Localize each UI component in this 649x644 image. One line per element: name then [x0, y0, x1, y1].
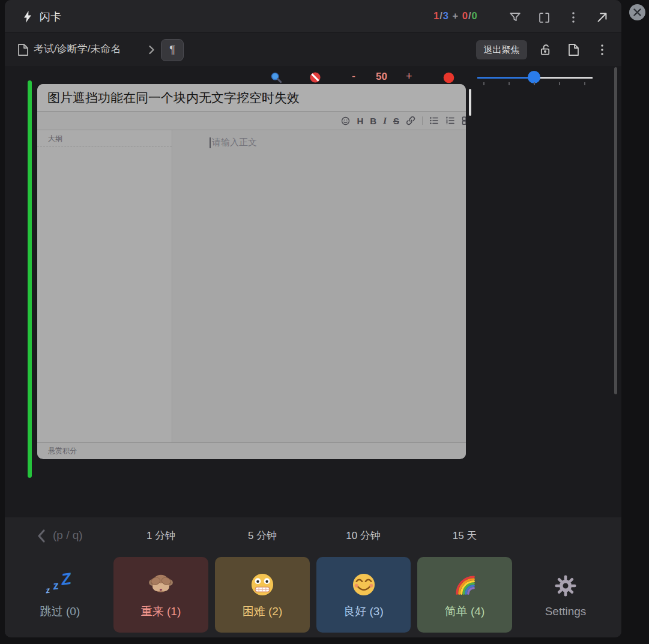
open-external-icon[interactable]	[595, 10, 609, 25]
skip-label: 跳过 (0)	[40, 604, 80, 619]
close-button[interactable]	[629, 4, 645, 20]
outline-label: 大纲	[48, 134, 62, 144]
settings-label: Settings	[545, 605, 587, 618]
slider-tick	[509, 82, 510, 85]
magnifier-icon[interactable]	[270, 71, 283, 83]
again-button[interactable]: 重来 (1)	[113, 557, 208, 633]
italic-button[interactable]: I	[383, 116, 387, 126]
block-cursor	[469, 89, 471, 116]
slider-tick	[584, 82, 585, 85]
filter-icon[interactable]	[508, 10, 522, 25]
link-icon[interactable]	[406, 116, 415, 125]
interval-good: 10 分钟	[346, 529, 381, 543]
slider-track-rest	[534, 77, 593, 79]
rainbow-icon	[451, 571, 478, 598]
breadcrumb[interactable]: 考试/诊断学/未命名	[34, 42, 121, 56]
again-label: 重来 (1)	[141, 604, 181, 619]
slider-tick	[483, 82, 484, 85]
counter-total: 3	[443, 10, 449, 21]
counter-new: 0	[462, 10, 468, 21]
grimacing-face-icon	[250, 571, 275, 598]
good-button[interactable]: 良好 (3)	[316, 557, 411, 633]
easy-button[interactable]: 简单 (4)	[417, 557, 512, 633]
fullscreen-icon[interactable]	[537, 11, 551, 24]
emoji-icon[interactable]	[341, 116, 350, 125]
block-ref-chip[interactable]: ¶	[161, 39, 184, 61]
toolbar-divider	[422, 116, 423, 125]
zzz-icon: z z Z	[43, 571, 77, 598]
block-mask-icon[interactable]	[309, 71, 321, 83]
editor-placeholder: 请输入正文	[210, 137, 257, 148]
vertical-scrollbar[interactable]	[614, 67, 617, 394]
bullet-list-icon[interactable]	[429, 116, 439, 125]
strikethrough-button[interactable]: S	[393, 116, 399, 126]
text-cursor	[210, 137, 211, 148]
nav-shortcut-hint: (p / q)	[53, 529, 83, 542]
card-title[interactable]: 图片遮挡功能在同一个块内无文字挖空时失效	[37, 84, 466, 112]
gear-icon	[554, 572, 578, 600]
page-icon[interactable]	[566, 43, 581, 57]
outline-divider	[37, 146, 172, 146]
exit-focus-button[interactable]: 退出聚焦	[476, 40, 527, 59]
bold-button[interactable]: B	[370, 116, 376, 126]
lightning-icon	[20, 10, 35, 24]
zoom-in-button[interactable]: +	[406, 70, 412, 83]
red-circle-icon[interactable]	[443, 72, 454, 83]
hard-button[interactable]: 困难 (2)	[215, 557, 310, 633]
see-no-evil-monkey-icon	[148, 571, 174, 598]
slider-knob[interactable]	[528, 71, 540, 83]
slider-tick	[559, 82, 560, 85]
task-list-icon[interactable]	[462, 116, 466, 125]
editor-body: 大纲 请输入正文	[37, 130, 466, 442]
chevron-right-icon	[146, 44, 156, 55]
unlock-icon[interactable]	[538, 43, 552, 57]
interval-easy: 15 天	[453, 529, 477, 543]
document-icon	[16, 43, 30, 57]
bounty-row[interactable]: 悬赏积分	[37, 442, 466, 459]
prev-card-icon[interactable]	[35, 528, 48, 544]
slider-tick	[534, 82, 535, 85]
more-menu-icon[interactable]	[568, 11, 579, 24]
ordered-list-icon[interactable]	[445, 116, 455, 125]
title-bar	[5, 0, 621, 33]
outline-pane[interactable]: 大纲	[37, 130, 172, 442]
interval-again: 1 分钟	[146, 529, 175, 543]
settings-button[interactable]: Settings	[528, 557, 603, 633]
editor-toolbar: H B I S	[37, 112, 466, 130]
counter-learn: 0	[472, 10, 478, 21]
zoom-value: 50	[376, 71, 387, 83]
slider-track-filled	[477, 77, 534, 79]
text-editor[interactable]	[173, 130, 466, 442]
zoom-out-button[interactable]: -	[352, 70, 355, 83]
hard-label: 困难 (2)	[243, 604, 283, 619]
doc-more-menu-icon[interactable]	[597, 43, 608, 56]
heading-button[interactable]: H	[357, 116, 363, 126]
easy-label: 简单 (4)	[445, 604, 485, 619]
smiling-face-icon	[351, 571, 376, 598]
card-counter: 1/3 + 0/0	[433, 10, 478, 22]
skip-button[interactable]: z z Z 跳过 (0)	[24, 557, 96, 633]
good-label: 良好 (3)	[343, 604, 384, 619]
screen: 闪卡 1/3 + 0/0 考试/诊断学/未命名 ¶ 退出聚焦	[0, 0, 649, 644]
interval-hard: 5 分钟	[248, 529, 277, 543]
flashcard-editor: 图片遮挡功能在同一个块内无文字挖空时失效 H B I S	[37, 84, 466, 459]
app-title: 闪卡	[40, 10, 61, 24]
counter-due: 1	[433, 10, 439, 21]
card-focus-stripe	[28, 80, 32, 478]
